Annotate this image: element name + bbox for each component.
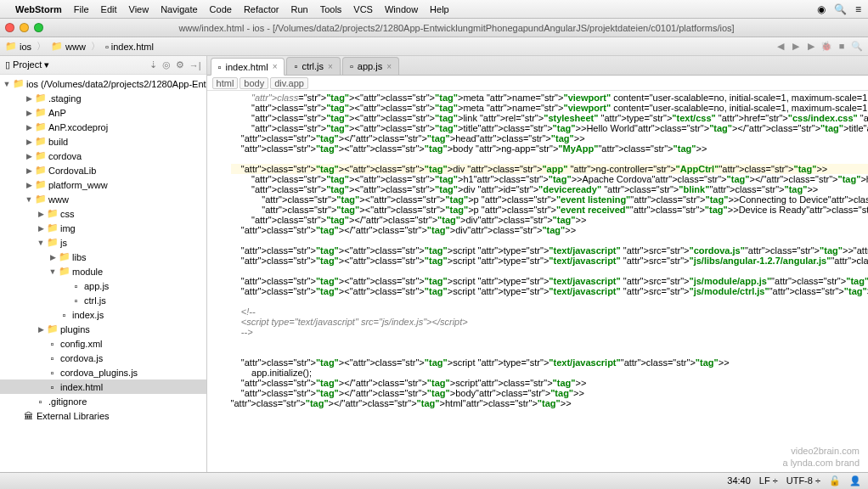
tree-item-cordovapluginsjs[interactable]: ▫cordova_plugins.js (0, 365, 206, 379)
fwd-icon[interactable]: ▶ (790, 41, 802, 52)
tab-appjs[interactable]: ▫ app.js × (342, 57, 399, 75)
hide-icon[interactable]: →| (189, 60, 201, 70)
encoding[interactable]: UTF-8 ÷ (786, 475, 820, 486)
tree-item-cordovajs[interactable]: ▫cordova.js (0, 351, 206, 365)
tree-item-platformwww[interactable]: ▶📁platform_www (0, 177, 206, 192)
menu-extra-icon[interactable]: ≡ (855, 3, 861, 15)
crumb-ios[interactable]: 📁 ios (5, 41, 31, 52)
menu-navigate[interactable]: Navigate (161, 4, 197, 14)
tree-item-plugins[interactable]: ▶📁plugins (0, 322, 206, 336)
watermark: video2brain.com a lynda.com brand (783, 445, 860, 469)
close-button[interactable] (5, 23, 14, 32)
project-tree[interactable]: ▼📁 ios (/Volumes/data2/projects2/1280App… (0, 75, 206, 472)
menu-view[interactable]: View (129, 4, 149, 14)
tree-item-img[interactable]: ▶📁img (0, 221, 206, 235)
menu-vcs[interactable]: VCS (353, 4, 373, 14)
project-tool-header: ▯ Project ▾ ⇣ ◎ ⚙ →| (0, 56, 206, 75)
run-icon[interactable]: ▶ (805, 41, 817, 52)
inspector-icon[interactable]: 👤 (849, 475, 861, 486)
menu-run[interactable]: Run (290, 4, 307, 14)
tree-item-staging[interactable]: ▶📁.staging (0, 91, 206, 105)
tree-item-js[interactable]: ▼📁js (0, 235, 206, 250)
menu-tools[interactable]: Tools (320, 4, 342, 14)
stop-icon[interactable]: ■ (836, 41, 848, 52)
tree-item-build[interactable]: ▶📁build (0, 134, 206, 149)
zoom-button[interactable] (34, 23, 43, 32)
menu-file[interactable]: File (74, 4, 89, 14)
caret-position[interactable]: 34:40 (727, 475, 751, 486)
tree-item-indexjs[interactable]: ▫index.js (0, 307, 206, 322)
tree-item-indexhtml[interactable]: ▫index.html (0, 379, 206, 394)
window-title: www/index.html - ios - [/Volumes/data2/p… (50, 23, 863, 33)
tree-item-anpxcodeproj[interactable]: ▶📁AnP.xcodeproj (0, 120, 206, 134)
tree-item-gitignore[interactable]: ▫.gitignore (0, 394, 206, 408)
close-icon[interactable]: × (273, 62, 278, 71)
close-icon[interactable]: × (386, 62, 392, 71)
menu-edit[interactable]: Edit (101, 4, 117, 14)
minimize-button[interactable] (20, 23, 29, 32)
line-sep[interactable]: LF ÷ (759, 475, 778, 486)
main-area: ▯ Project ▾ ⇣ ◎ ⚙ →| ▼📁 ios (/Volumes/da… (0, 56, 868, 472)
target-icon[interactable]: ◎ (162, 59, 171, 70)
crumb-www[interactable]: 📁 www (51, 41, 86, 52)
tab-indexhtml[interactable]: ▫ index.html × (211, 58, 285, 76)
tree-item-anp[interactable]: ▶📁AnP (0, 105, 206, 120)
tree-item-ctrljs[interactable]: ▫ctrl.js (0, 293, 206, 307)
collapse-icon[interactable]: ⇣ (149, 59, 157, 70)
lock-icon[interactable]: 🔓 (829, 475, 841, 486)
menu-refactor[interactable]: Refactor (244, 4, 279, 14)
crumb-indexhtml[interactable]: ▫ index.html (105, 42, 154, 52)
nav-breadcrumb: 📁 ios 〉 📁 www 〉 ▫ index.html ◀ ▶ ▶ 🐞 ■ 🔍 (0, 37, 868, 56)
spotlight-icon[interactable]: 🔍 (834, 3, 847, 15)
editor-area: ▫ index.html × ▫ ctrl.js × ▫ app.js × ht… (207, 56, 868, 472)
menu-code[interactable]: Code (210, 4, 232, 14)
tree-item-externallibraries[interactable]: 🏛External Libraries (0, 408, 206, 423)
project-view-combo[interactable]: ▯ Project ▾ (5, 59, 49, 70)
tree-item-css[interactable]: ▶📁css (0, 206, 206, 221)
tree-item-configxml[interactable]: ▫config.xml (0, 336, 206, 351)
close-icon[interactable]: × (328, 62, 333, 71)
tree-item-module[interactable]: ▼📁module (0, 264, 206, 278)
editor-tabs: ▫ index.html × ▫ ctrl.js × ▫ app.js × (207, 56, 868, 76)
tree-root[interactable]: ▼📁 ios (/Volumes/data2/projects2/1280App… (0, 76, 206, 91)
tree-item-appjs[interactable]: ▫app.js (0, 278, 206, 293)
tree-item-libs[interactable]: ▶📁libs (0, 250, 206, 264)
tree-item-cordovalib[interactable]: ▶📁CordovaLib (0, 163, 206, 177)
tree-item-cordova[interactable]: ▶📁cordova (0, 149, 206, 163)
tab-ctrljs[interactable]: ▫ ctrl.js × (286, 57, 340, 75)
mac-menubar: WebStorm File Edit View Navigate Code Re… (0, 0, 868, 19)
gear-icon[interactable]: ⚙ (176, 59, 184, 70)
traffic-lights (5, 23, 43, 32)
status-bar: 34:40 LF ÷ UTF-8 ÷ 🔓 👤 (0, 472, 868, 489)
tree-item-www[interactable]: ▼📁www (0, 192, 206, 206)
code-editor[interactable]: "attr">class="str">"tag"><"attr">class="… (207, 91, 868, 472)
menu-window[interactable]: Window (385, 4, 418, 14)
back-icon[interactable]: ◀ (775, 41, 786, 52)
cc-icon[interactable]: ◉ (817, 3, 826, 15)
app-name[interactable]: WebStorm (15, 4, 62, 14)
search-icon[interactable]: 🔍 (851, 41, 863, 52)
debug-icon[interactable]: 🐞 (820, 41, 832, 52)
editor-breadcrumb[interactable]: htmlbodydiv.app (207, 76, 868, 91)
window-titlebar: www/index.html - ios - [/Volumes/data2/p… (0, 19, 868, 37)
project-sidebar: ▯ Project ▾ ⇣ ◎ ⚙ →| ▼📁 ios (/Volumes/da… (0, 56, 207, 472)
menu-help[interactable]: Help (430, 4, 449, 14)
